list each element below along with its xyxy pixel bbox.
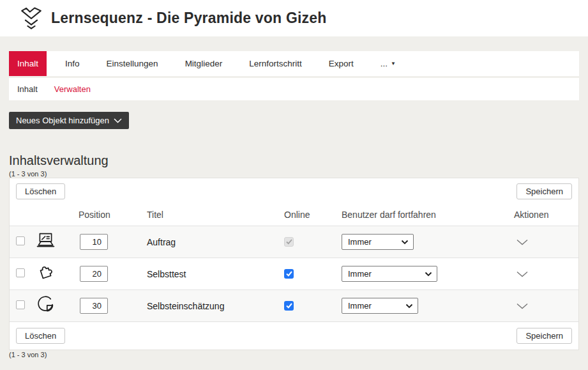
caret-down-icon: ▼ (391, 61, 396, 66)
result-range-bottom: (1 - 3 von 3) (9, 351, 47, 358)
proceed-select[interactable]: Immer (342, 234, 414, 250)
online-checkbox-disabled (284, 237, 294, 247)
position-input[interactable] (80, 234, 108, 250)
table-row: Selbsttest Immer (10, 258, 578, 289)
check-icon (286, 303, 292, 309)
page-header: Lernsequenz - Die Pyramide von Gizeh (0, 0, 588, 36)
row-actions-chevron[interactable] (516, 271, 528, 277)
object-title: Selbsttest (135, 269, 270, 279)
check-icon (286, 271, 292, 277)
table-row: Selbsteinschätzung Immer (10, 289, 578, 321)
row-actions-chevron[interactable] (516, 239, 528, 245)
section-title: Inhaltsverwaltung (9, 153, 109, 168)
column-header-online: Online (270, 210, 329, 220)
online-checkbox[interactable] (284, 269, 294, 279)
row-actions-chevron[interactable] (516, 303, 528, 309)
delete-button-top[interactable]: Löschen (16, 183, 65, 199)
object-title: Selbsteinschätzung (135, 301, 270, 311)
position-input[interactable] (80, 266, 108, 282)
check-icon (286, 239, 292, 245)
tab-inhalt[interactable]: Inhalt (9, 51, 47, 76)
learning-sequence-icon (19, 6, 44, 31)
object-title: Auftrag (135, 237, 270, 247)
content-table: Löschen Speichern Position Titel Online … (9, 178, 579, 350)
tab-more[interactable]: ... ▼ (372, 51, 404, 76)
survey-icon (35, 295, 56, 314)
column-header-titel: Titel (135, 210, 270, 220)
table-row: Auftrag Immer (10, 226, 578, 258)
chevron-down-icon (516, 271, 528, 277)
column-header-aktionen: Aktionen (504, 210, 572, 220)
exercise-icon (35, 231, 56, 251)
page-title: Lernsequenz - Die Pyramide von Gizeh (51, 10, 327, 27)
chevron-down-icon (516, 239, 528, 245)
chevron-down-icon (114, 118, 122, 123)
row-select-checkbox[interactable] (16, 268, 25, 277)
table-header-row: Position Titel Online Benutzer darf fort… (10, 204, 578, 226)
row-select-checkbox[interactable] (16, 300, 25, 309)
chevron-down-icon (516, 303, 528, 309)
tab-lernfortschritt[interactable]: Lernfortschritt (241, 51, 310, 76)
add-object-button[interactable]: Neues Objekt hinzufügen (9, 112, 129, 129)
save-button-bottom[interactable]: Speichern (516, 328, 572, 344)
tab-export[interactable]: Export (320, 51, 362, 76)
result-range-top: (1 - 3 von 3) (9, 170, 47, 178)
row-select-checkbox[interactable] (16, 236, 25, 245)
main-tabbar: Inhalt Info Einstellungen Mitglieder Ler… (9, 51, 579, 76)
proceed-select[interactable]: Immer (342, 266, 437, 282)
position-input[interactable] (80, 298, 108, 314)
table-toolbar-top: Löschen Speichern (10, 178, 578, 204)
tab-einstellungen[interactable]: Einstellungen (98, 51, 167, 76)
tab-info[interactable]: Info (57, 51, 88, 76)
table-toolbar-bottom: Löschen Speichern (10, 321, 578, 350)
proceed-select[interactable]: Immer (342, 298, 418, 314)
column-header-proceed: Benutzer darf fortfahren (329, 210, 504, 220)
subtab-inhalt[interactable]: Inhalt (9, 84, 46, 94)
tab-mitglieder[interactable]: Mitglieder (177, 51, 231, 76)
save-button-top[interactable]: Speichern (516, 183, 572, 199)
column-header-position: Position (71, 210, 135, 220)
sub-tabbar: Inhalt Verwalten (9, 78, 579, 100)
online-checkbox[interactable] (284, 301, 294, 311)
delete-button-bottom[interactable]: Löschen (16, 328, 65, 344)
subtab-verwalten[interactable]: Verwalten (46, 84, 99, 94)
test-icon (35, 263, 56, 282)
